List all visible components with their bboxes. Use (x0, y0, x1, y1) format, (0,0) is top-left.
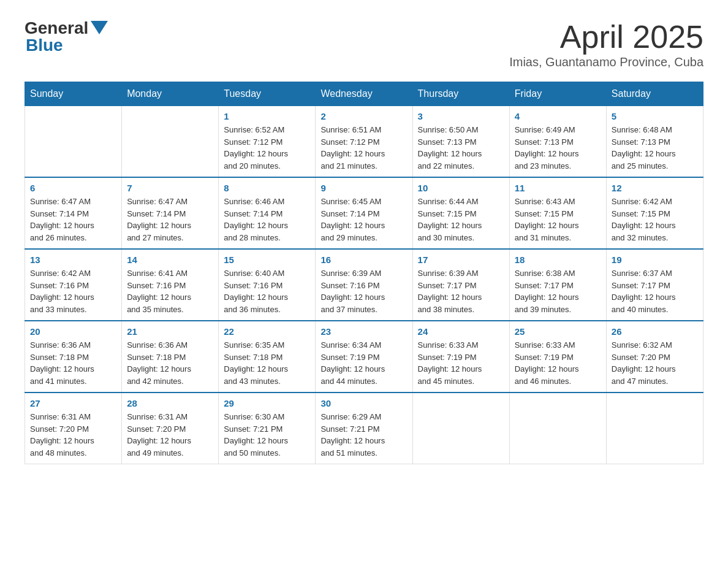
day-number: 26 (612, 326, 698, 337)
day-number: 28 (127, 398, 213, 408)
day-number: 9 (320, 183, 407, 193)
day-number: 3 (418, 111, 504, 121)
day-of-week-tuesday: Tuesday (219, 82, 316, 106)
day-number: 18 (515, 255, 601, 265)
day-of-week-friday: Friday (509, 82, 606, 106)
calendar-cell: 1Sunrise: 6:52 AM Sunset: 7:12 PM Daylig… (219, 106, 316, 178)
day-info: Sunrise: 6:30 AM Sunset: 7:21 PM Dayligh… (224, 411, 310, 459)
title-section: April 2025 Imias, Guantanamo Province, C… (509, 18, 703, 69)
calendar-cell (412, 393, 509, 464)
calendar-cell (122, 106, 219, 178)
day-number: 5 (612, 111, 698, 121)
calendar-cell: 21Sunrise: 6:36 AM Sunset: 7:18 PM Dayli… (122, 321, 219, 393)
day-number: 10 (418, 183, 504, 193)
calendar-cell: 19Sunrise: 6:37 AM Sunset: 7:17 PM Dayli… (606, 249, 703, 321)
calendar-cell: 14Sunrise: 6:41 AM Sunset: 7:16 PM Dayli… (122, 249, 219, 321)
day-info: Sunrise: 6:37 AM Sunset: 7:17 PM Dayligh… (612, 267, 698, 315)
day-info: Sunrise: 6:51 AM Sunset: 7:12 PM Dayligh… (320, 124, 407, 172)
calendar-cell: 20Sunrise: 6:36 AM Sunset: 7:18 PM Dayli… (25, 321, 122, 393)
day-number: 19 (612, 255, 698, 265)
calendar-cell: 16Sunrise: 6:39 AM Sunset: 7:16 PM Dayli… (316, 249, 412, 321)
day-number: 22 (224, 326, 310, 337)
day-info: Sunrise: 6:43 AM Sunset: 7:15 PM Dayligh… (515, 196, 601, 243)
day-info: Sunrise: 6:44 AM Sunset: 7:15 PM Dayligh… (418, 196, 504, 243)
day-of-week-monday: Monday (122, 82, 219, 106)
day-info: Sunrise: 6:50 AM Sunset: 7:13 PM Dayligh… (418, 124, 504, 172)
calendar-cell: 23Sunrise: 6:34 AM Sunset: 7:19 PM Dayli… (316, 321, 412, 393)
day-info: Sunrise: 6:46 AM Sunset: 7:14 PM Dayligh… (224, 196, 310, 243)
week-row-3: 13Sunrise: 6:42 AM Sunset: 7:16 PM Dayli… (25, 249, 703, 321)
calendar-cell: 29Sunrise: 6:30 AM Sunset: 7:21 PM Dayli… (219, 393, 316, 464)
week-row-1: 1Sunrise: 6:52 AM Sunset: 7:12 PM Daylig… (25, 106, 703, 178)
day-number: 13 (30, 255, 116, 265)
day-number: 30 (320, 398, 407, 408)
day-number: 11 (515, 183, 601, 193)
day-info: Sunrise: 6:47 AM Sunset: 7:14 PM Dayligh… (127, 196, 213, 243)
day-number: 23 (320, 326, 407, 337)
calendar-cell (509, 393, 606, 464)
logo-triangle-icon (91, 21, 108, 34)
page-header: General Blue April 2025 Imias, Guantanam… (25, 18, 703, 69)
day-number: 8 (224, 183, 310, 193)
logo-blue: Blue (26, 36, 63, 55)
calendar-header: SundayMondayTuesdayWednesdayThursdayFrid… (25, 82, 703, 106)
logo: General Blue (25, 18, 108, 55)
calendar-cell: 24Sunrise: 6:33 AM Sunset: 7:19 PM Dayli… (412, 321, 509, 393)
week-row-4: 20Sunrise: 6:36 AM Sunset: 7:18 PM Dayli… (25, 321, 703, 393)
svg-marker-0 (91, 21, 108, 34)
day-info: Sunrise: 6:40 AM Sunset: 7:16 PM Dayligh… (224, 267, 310, 315)
calendar-cell: 5Sunrise: 6:48 AM Sunset: 7:13 PM Daylig… (606, 106, 703, 178)
day-number: 27 (30, 398, 116, 408)
calendar-cell: 4Sunrise: 6:49 AM Sunset: 7:13 PM Daylig… (509, 106, 606, 178)
calendar-cell: 18Sunrise: 6:38 AM Sunset: 7:17 PM Dayli… (509, 249, 606, 321)
calendar-cell: 25Sunrise: 6:33 AM Sunset: 7:19 PM Dayli… (509, 321, 606, 393)
day-info: Sunrise: 6:52 AM Sunset: 7:12 PM Dayligh… (224, 124, 310, 172)
day-info: Sunrise: 6:33 AM Sunset: 7:19 PM Dayligh… (515, 339, 601, 387)
day-info: Sunrise: 6:42 AM Sunset: 7:16 PM Dayligh… (30, 267, 116, 315)
day-info: Sunrise: 6:34 AM Sunset: 7:19 PM Dayligh… (320, 339, 407, 387)
day-of-week-saturday: Saturday (606, 82, 703, 106)
day-number: 25 (515, 326, 601, 337)
calendar-cell: 10Sunrise: 6:44 AM Sunset: 7:15 PM Dayli… (412, 177, 509, 249)
calendar-cell: 27Sunrise: 6:31 AM Sunset: 7:20 PM Dayli… (25, 393, 122, 464)
day-info: Sunrise: 6:35 AM Sunset: 7:18 PM Dayligh… (224, 339, 310, 387)
day-info: Sunrise: 6:36 AM Sunset: 7:18 PM Dayligh… (127, 339, 213, 387)
day-info: Sunrise: 6:41 AM Sunset: 7:16 PM Dayligh… (127, 267, 213, 315)
day-number: 15 (224, 255, 310, 265)
calendar-cell: 17Sunrise: 6:39 AM Sunset: 7:17 PM Dayli… (412, 249, 509, 321)
day-info: Sunrise: 6:33 AM Sunset: 7:19 PM Dayligh… (418, 339, 504, 387)
day-number: 6 (30, 183, 116, 193)
day-info: Sunrise: 6:36 AM Sunset: 7:18 PM Dayligh… (30, 339, 116, 387)
calendar-cell: 22Sunrise: 6:35 AM Sunset: 7:18 PM Dayli… (219, 321, 316, 393)
calendar-body: 1Sunrise: 6:52 AM Sunset: 7:12 PM Daylig… (25, 106, 703, 464)
day-number: 16 (320, 255, 407, 265)
calendar-cell (25, 106, 122, 178)
day-info: Sunrise: 6:45 AM Sunset: 7:14 PM Dayligh… (320, 196, 407, 243)
calendar-title: April 2025 (509, 18, 703, 55)
day-number: 20 (30, 326, 116, 337)
calendar-cell: 9Sunrise: 6:45 AM Sunset: 7:14 PM Daylig… (316, 177, 412, 249)
day-number: 14 (127, 255, 213, 265)
day-of-week-wednesday: Wednesday (316, 82, 412, 106)
day-number: 1 (224, 111, 310, 121)
days-of-week-row: SundayMondayTuesdayWednesdayThursdayFrid… (25, 82, 703, 106)
day-number: 24 (418, 326, 504, 337)
day-info: Sunrise: 6:32 AM Sunset: 7:20 PM Dayligh… (612, 339, 698, 387)
day-info: Sunrise: 6:29 AM Sunset: 7:21 PM Dayligh… (320, 411, 407, 459)
day-number: 4 (515, 111, 601, 121)
calendar-cell: 8Sunrise: 6:46 AM Sunset: 7:14 PM Daylig… (219, 177, 316, 249)
calendar-cell: 11Sunrise: 6:43 AM Sunset: 7:15 PM Dayli… (509, 177, 606, 249)
day-info: Sunrise: 6:39 AM Sunset: 7:16 PM Dayligh… (320, 267, 407, 315)
day-info: Sunrise: 6:38 AM Sunset: 7:17 PM Dayligh… (515, 267, 601, 315)
day-of-week-thursday: Thursday (412, 82, 509, 106)
day-number: 17 (418, 255, 504, 265)
day-info: Sunrise: 6:39 AM Sunset: 7:17 PM Dayligh… (418, 267, 504, 315)
calendar-cell: 15Sunrise: 6:40 AM Sunset: 7:16 PM Dayli… (219, 249, 316, 321)
calendar-cell (606, 393, 703, 464)
calendar-cell: 6Sunrise: 6:47 AM Sunset: 7:14 PM Daylig… (25, 177, 122, 249)
calendar-cell: 28Sunrise: 6:31 AM Sunset: 7:20 PM Dayli… (122, 393, 219, 464)
day-number: 12 (612, 183, 698, 193)
calendar-cell: 13Sunrise: 6:42 AM Sunset: 7:16 PM Dayli… (25, 249, 122, 321)
day-number: 7 (127, 183, 213, 193)
calendar-cell: 2Sunrise: 6:51 AM Sunset: 7:12 PM Daylig… (316, 106, 412, 178)
